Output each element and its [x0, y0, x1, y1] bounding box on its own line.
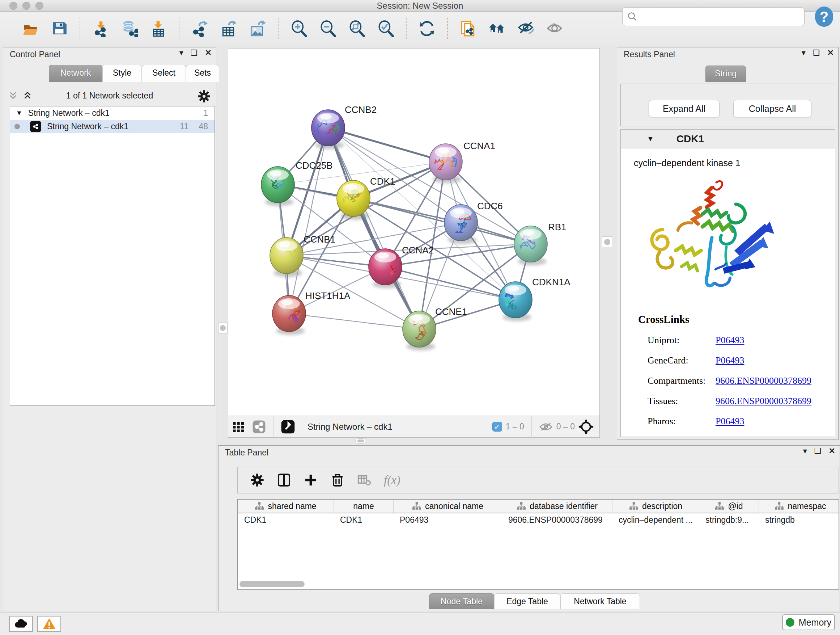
tab-node-table[interactable]: Node Table — [429, 593, 494, 609]
column-header-namespac[interactable]: namespac — [759, 500, 839, 513]
node-CCNA2[interactable] — [369, 249, 402, 285]
table-horizontal-scrollbar[interactable] — [240, 581, 305, 587]
search-input[interactable] — [642, 11, 800, 22]
column-header-shared-name[interactable]: shared name — [238, 500, 333, 513]
right-splitter-handle[interactable] — [602, 236, 612, 247]
tab-network[interactable]: Network — [49, 65, 103, 82]
cell-name[interactable]: CDK1 — [333, 515, 393, 525]
node-CCNA1[interactable] — [429, 144, 462, 180]
import-table-icon[interactable] — [149, 19, 168, 38]
crosslink-link[interactable]: 9606.ENSP00000378699 — [715, 396, 812, 407]
panel-close-icon[interactable]: ✕ — [829, 447, 835, 455]
cloud-button[interactable] — [9, 616, 33, 632]
cell-description[interactable]: cyclin–dependent ... — [612, 515, 699, 525]
tab-string[interactable]: String — [706, 65, 746, 82]
cell-namespac[interactable]: stringdb — [759, 515, 839, 525]
zoom-out-icon[interactable] — [318, 19, 337, 38]
section-caret-icon[interactable]: ▼ — [647, 135, 654, 143]
zoom-fit-icon[interactable] — [347, 19, 366, 38]
expand-all-button[interactable]: Expand All — [649, 100, 720, 117]
panel-menu-icon[interactable]: ▾ — [803, 447, 807, 455]
fit-selected-crosshair-icon[interactable] — [578, 419, 594, 434]
node-CDC6[interactable] — [444, 204, 477, 241]
refresh-icon[interactable] — [417, 19, 436, 38]
hide-selected-icon[interactable] — [516, 19, 535, 38]
node-RB1[interactable] — [514, 226, 547, 262]
node-CCNE1[interactable] — [403, 311, 436, 347]
tree-expand-icon[interactable]: ▼ — [16, 109, 22, 117]
panel-float-icon[interactable]: ❏ — [191, 49, 198, 57]
horizontal-splitter-handle[interactable] — [355, 439, 366, 443]
network-name: String Network – cdk1 — [47, 122, 128, 131]
create-column-plus-icon[interactable] — [303, 473, 318, 487]
node-CDC25B[interactable] — [261, 166, 294, 203]
edge-CCNB2-CCNA1[interactable] — [328, 128, 446, 162]
node-HIST1H1A[interactable] — [272, 295, 306, 332]
share-view-icon[interactable] — [252, 420, 266, 434]
cell--id[interactable]: stringdb:9... — [699, 515, 759, 525]
column-header-name[interactable]: name — [333, 500, 393, 513]
column-header-canonical-name[interactable]: canonical name — [393, 500, 502, 513]
table-row[interactable]: CDK1CDK1P064939606.ENSP00000378699cyclin… — [238, 513, 838, 527]
tab-style[interactable]: Style — [103, 65, 142, 82]
delete-column-trash-icon[interactable] — [330, 473, 345, 487]
tab-select[interactable]: Select — [142, 65, 186, 82]
home-icon[interactable] — [488, 19, 507, 38]
tab-sets[interactable]: Sets — [186, 65, 219, 82]
crosslink-link[interactable]: P06493 — [715, 355, 744, 366]
node-CDKN1A[interactable] — [499, 282, 532, 318]
node-CCNB1[interactable] — [270, 238, 303, 274]
memory-button[interactable]: Memory — [782, 614, 835, 630]
grid-view-icon[interactable] — [232, 420, 245, 433]
network-view-status-bar: String Network – cdk1 ✓ 1 – 0 0 – 0 — [228, 416, 600, 437]
tab-edge-table[interactable]: Edge Table — [494, 593, 561, 609]
cell-shared-name[interactable]: CDK1 — [238, 515, 333, 525]
control-panel-title: Control Panel — [10, 50, 60, 59]
node-table[interactable]: shared namenamecanonical namedatabase id… — [237, 499, 839, 590]
network-canvas[interactable]: CCNB2CCNA1CDC25BCDK1CDC6RB1CCNB1CCNA2CDK… — [228, 49, 600, 416]
save-session-icon[interactable] — [50, 19, 69, 38]
node-section-header[interactable]: ▼ CDK1 — [621, 130, 835, 149]
crosslink-link[interactable]: P06493 — [715, 335, 744, 346]
export-image-icon[interactable] — [248, 19, 267, 38]
network-collection-row[interactable]: ▼ String Network – cdk1 1 — [10, 106, 215, 120]
zoom-in-icon[interactable] — [289, 19, 308, 38]
table-options-gear-icon[interactable] — [250, 473, 264, 487]
import-network-icon[interactable] — [91, 19, 110, 38]
selected-checkbox-icon[interactable]: ✓ — [493, 422, 502, 432]
cell-database-identifier[interactable]: 9606.ENSP00000378699 — [502, 515, 612, 525]
crosslink-link[interactable]: P06493 — [715, 416, 744, 427]
export-network-icon[interactable] — [190, 19, 209, 38]
panel-float-icon[interactable]: ❏ — [814, 447, 821, 455]
zoom-selected-icon[interactable] — [376, 19, 395, 38]
open-in-new-window-icon[interactable] — [281, 420, 295, 434]
import-database-icon[interactable] — [120, 19, 139, 38]
column-header-database-identifier[interactable]: database identifier — [502, 500, 612, 513]
network-options-gear-icon[interactable] — [197, 89, 211, 103]
panel-close-icon[interactable]: ✕ — [205, 49, 212, 57]
open-session-icon[interactable] — [21, 19, 40, 38]
cell-canonical-name[interactable]: P06493 — [393, 515, 502, 525]
node-CDK1[interactable] — [337, 180, 370, 217]
left-splitter-handle[interactable] — [218, 323, 227, 333]
collapse-all-button[interactable]: Collapse All — [733, 100, 812, 117]
clone-network-icon[interactable] — [459, 19, 477, 38]
export-table-icon[interactable] — [219, 19, 238, 38]
panel-menu-icon[interactable]: ▾ — [180, 49, 183, 57]
show-all-icon[interactable] — [546, 19, 564, 38]
tab-network-table[interactable]: Network Table — [561, 593, 640, 609]
network-row[interactable]: String Network – cdk1 11 48 — [10, 120, 215, 133]
help-button[interactable]: ? — [815, 6, 833, 27]
column-header--id[interactable]: @id — [699, 500, 759, 513]
panel-float-icon[interactable]: ❏ — [813, 49, 820, 57]
crosslink-link[interactable]: 9606.ENSP00000378699 — [715, 375, 812, 386]
show-columns-icon[interactable] — [277, 473, 291, 487]
edge-HIST1H1A-CCNE1[interactable] — [289, 314, 419, 329]
edge-CCNB2-HIST1H1A[interactable] — [289, 128, 328, 314]
warning-button[interactable] — [37, 616, 61, 632]
panel-close-icon[interactable]: ✕ — [827, 49, 834, 57]
edge-CDK1-RB1[interactable] — [354, 198, 531, 244]
node-CCNB2[interactable] — [311, 110, 345, 146]
panel-menu-icon[interactable]: ▾ — [802, 49, 806, 57]
column-header-description[interactable]: description — [612, 500, 699, 513]
